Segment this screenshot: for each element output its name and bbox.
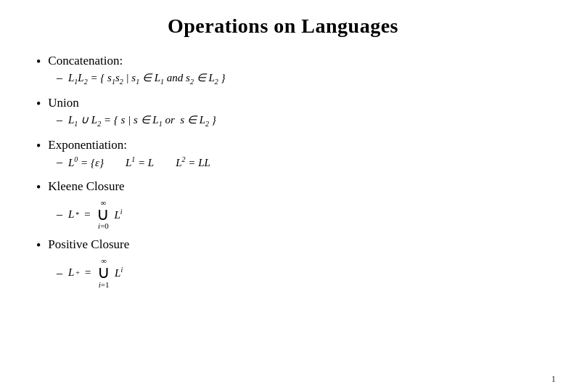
formula-concatenation: L1L2 = { s1s2 | s1 ∈ L1 and s2 ∈ L2 } (68, 71, 226, 86)
bullet-kleene: • (36, 180, 41, 195)
page-number: 1 (551, 373, 557, 385)
formula-kleene: L* = ∞ ∪ i=0 Li (68, 198, 123, 230)
dash-positive: – (57, 266, 62, 279)
section-union: • Union – L1 ∪ L2 = { s | s ∈ L1 or s ∈ … (36, 96, 530, 128)
formula-positive: L+ = ∞ ∪ i=1 Li (68, 256, 123, 288)
section-kleene: • Kleene Closure – L* = ∞ ∪ i=0 Li (36, 179, 530, 230)
label-concatenation: Concatenation: (48, 54, 123, 68)
formula-union: L1 ∪ L2 = { s | s ∈ L1 or s ∈ L2 } (68, 113, 216, 128)
bullet-union: • (36, 97, 41, 112)
bullet-positive: • (36, 238, 41, 253)
label-positive: Positive Closure (48, 237, 129, 252)
dash-kleene: – (57, 208, 62, 221)
dash-exponentiation: – (57, 155, 62, 168)
label-exponentiation: Exponentiation: (48, 138, 127, 152)
section-exponentiation: • Exponentiation: – L0 = {ε} L1 = L L2 =… (36, 138, 530, 169)
bullet-exponentiation: • (36, 139, 41, 154)
section-concatenation: • Concatenation: – L1L2 = { s1s2 | s1 ∈ … (36, 54, 530, 86)
label-union: Union (48, 96, 79, 110)
slide-container: Operations on Languages • Concatenation:… (0, 0, 566, 392)
label-kleene: Kleene Closure (48, 179, 124, 194)
section-positive: • Positive Closure – L+ = ∞ ∪ i=1 Li (36, 237, 530, 288)
dash-concatenation: – (57, 71, 62, 84)
dash-union: – (57, 113, 62, 126)
slide-title: Operations on Languages (36, 15, 530, 38)
formula-exponentiation: L0 = {ε} L1 = L L2 = LL (68, 155, 210, 169)
bullet-concatenation: • (36, 54, 41, 70)
